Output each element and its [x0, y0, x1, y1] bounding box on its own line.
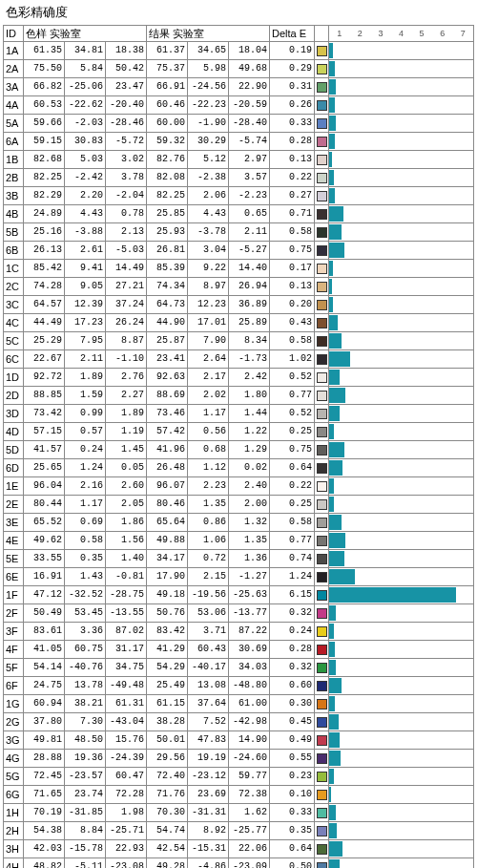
- color-swatch: [315, 641, 329, 659]
- delta-e-bar: [329, 350, 474, 369]
- sample-b: -43.04: [106, 713, 147, 731]
- color-swatch: [315, 623, 329, 641]
- delta-e-value: 0.28: [270, 133, 315, 151]
- sample-a: 7.95: [65, 332, 106, 350]
- color-swatch: [315, 804, 329, 822]
- result-a: 5.12: [188, 151, 229, 169]
- sample-l: 80.44: [24, 496, 65, 514]
- result-b: 2.97: [229, 151, 270, 169]
- result-a: 3.04: [188, 242, 229, 260]
- color-swatch: [315, 242, 329, 260]
- table-row: 1G60.9438.2161.3161.1537.6461.000.30: [4, 695, 474, 713]
- sample-b: -2.04: [106, 187, 147, 205]
- result-l: 25.85: [147, 205, 188, 223]
- sample-a: 2.20: [65, 187, 106, 205]
- result-l: 61.15: [147, 695, 188, 713]
- sample-b: 1.56: [106, 532, 147, 550]
- sample-l: 59.66: [24, 115, 65, 133]
- sample-l: 54.14: [24, 659, 65, 677]
- color-swatch: [315, 750, 329, 768]
- result-l: 60.00: [147, 115, 188, 133]
- delta-e-value: 0.20: [270, 296, 315, 314]
- result-b: 22.06: [229, 840, 270, 858]
- sample-b: -5.72: [106, 133, 147, 151]
- row-id: 6E: [4, 568, 24, 586]
- table-row: 6C22.672.11-1.1023.412.64-1.731.02: [4, 350, 474, 369]
- sample-a: 2.11: [65, 350, 106, 369]
- sample-b: -5.03: [106, 242, 147, 260]
- table-row: 3G49.8148.5015.7650.0147.8314.900.49: [4, 731, 474, 750]
- result-a: -19.56: [188, 586, 229, 604]
- table-row: 5D41.570.241.4541.960.681.290.75: [4, 441, 474, 459]
- result-b: -23.09: [229, 858, 270, 869]
- result-a: 19.19: [188, 750, 229, 768]
- delta-e-value: 0.28: [270, 641, 315, 659]
- color-swatch: [315, 568, 329, 586]
- table-row: 1B82.685.033.0282.765.122.970.13: [4, 151, 474, 169]
- color-swatch: [315, 822, 329, 840]
- delta-e-bar: [329, 369, 474, 387]
- sample-a: 4.43: [65, 205, 106, 223]
- delta-e-bar: [329, 133, 474, 151]
- delta-e-bar: [329, 858, 474, 869]
- result-l: 25.87: [147, 332, 188, 350]
- row-id: 6D: [4, 459, 24, 477]
- color-swatch: [315, 514, 329, 532]
- sample-a: 8.84: [65, 822, 106, 840]
- sample-a: -3.88: [65, 223, 106, 242]
- result-b: 25.89: [229, 314, 270, 332]
- sample-b: 27.21: [106, 278, 147, 296]
- sample-l: 47.12: [24, 586, 65, 604]
- color-swatch: [315, 205, 329, 223]
- color-swatch: [315, 786, 329, 804]
- delta-e-bar: [329, 169, 474, 187]
- result-a: -1.90: [188, 115, 229, 133]
- delta-e-bar: [329, 750, 474, 768]
- delta-e-bar: [329, 550, 474, 568]
- result-b: 1.29: [229, 441, 270, 459]
- delta-e-bar: [329, 332, 474, 350]
- tick-3: 3: [370, 26, 391, 41]
- table-row: 6A59.1530.83-5.7259.3230.29-5.740.28: [4, 133, 474, 151]
- result-a: -4.86: [188, 858, 229, 869]
- delta-e-value: 0.35: [270, 822, 315, 840]
- sample-b: -13.55: [106, 604, 147, 623]
- color-swatch: [315, 695, 329, 713]
- row-id: 4C: [4, 314, 24, 332]
- color-swatch: [315, 423, 329, 441]
- color-swatch: [315, 42, 329, 60]
- delta-e-bar: [329, 568, 474, 586]
- row-id: 2C: [4, 278, 24, 296]
- sample-b: 2.05: [106, 496, 147, 514]
- sample-l: 57.15: [24, 423, 65, 441]
- table-row: 5C25.297.958.8725.877.908.340.58: [4, 332, 474, 350]
- result-b: -13.77: [229, 604, 270, 623]
- sample-a: 1.43: [65, 568, 106, 586]
- sample-l: 72.45: [24, 768, 65, 786]
- sample-l: 22.67: [24, 350, 65, 369]
- table-row: 2E80.441.172.0580.461.352.000.25: [4, 496, 474, 514]
- sample-b: 60.47: [106, 768, 147, 786]
- result-l: 26.48: [147, 459, 188, 477]
- delta-e-value: 0.77: [270, 532, 315, 550]
- result-b: 2.40: [229, 477, 270, 496]
- header-bar-scale: 1 2 3 4 5 6 7: [329, 26, 474, 42]
- sample-a: 5.03: [65, 151, 106, 169]
- sample-l: 64.57: [24, 296, 65, 314]
- table-row: 4C44.4917.2326.2444.9017.0125.890.43: [4, 314, 474, 332]
- result-a: 53.06: [188, 604, 229, 623]
- row-id: 4G: [4, 750, 24, 768]
- result-a: 1.35: [188, 496, 229, 514]
- sample-l: 41.05: [24, 641, 65, 659]
- result-b: -5.27: [229, 242, 270, 260]
- result-a: 0.68: [188, 441, 229, 459]
- color-swatch: [315, 858, 329, 869]
- tick-2: 2: [350, 26, 371, 41]
- sample-a: 17.23: [65, 314, 106, 332]
- row-id: 5A: [4, 115, 24, 133]
- result-b: 1.22: [229, 423, 270, 441]
- result-a: -15.31: [188, 840, 229, 858]
- delta-e-bar: [329, 695, 474, 713]
- row-id: 3B: [4, 187, 24, 205]
- result-l: 54.74: [147, 822, 188, 840]
